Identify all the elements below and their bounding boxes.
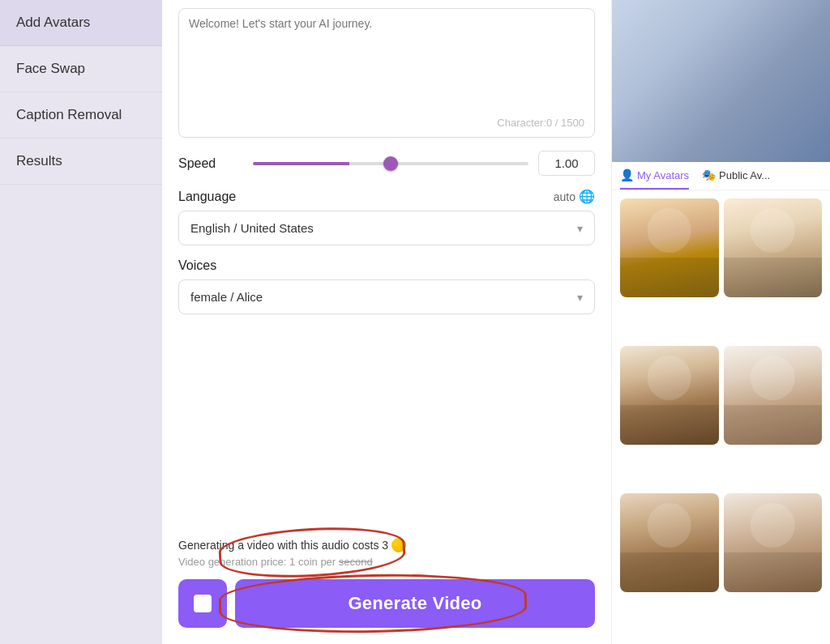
voices-selected: female / Alice xyxy=(190,290,263,304)
stop-icon xyxy=(194,595,212,612)
globe-icon: 🌐 xyxy=(579,189,595,204)
avatar-card-6[interactable] xyxy=(724,493,823,592)
generate-video-button[interactable]: Generate Video xyxy=(235,579,595,628)
sidebar: Add Avatars Face Swap Caption Removal Re… xyxy=(0,0,162,644)
content-area: Character:0 / 1500 Speed 1.00 Language a… xyxy=(162,0,611,343)
speed-slider-wrapper xyxy=(253,162,528,165)
auto-badge: auto 🌐 xyxy=(554,189,595,204)
price-strikethrough: second xyxy=(339,556,373,568)
video-preview-inner xyxy=(612,0,830,162)
voices-dropdown[interactable]: female / Alice ▾ xyxy=(178,279,595,314)
sidebar-item-results[interactable]: Results xyxy=(0,139,162,185)
language-dropdown[interactable]: English / United States ▾ xyxy=(178,211,595,245)
video-preview xyxy=(612,0,830,162)
speed-slider[interactable] xyxy=(253,162,528,165)
language-header: Language auto 🌐 xyxy=(178,189,595,204)
sidebar-item-add-avatars[interactable]: Add Avatars xyxy=(0,0,162,46)
chevron-down-icon: ▾ xyxy=(577,222,583,235)
sidebar-item-caption-removal[interactable]: Caption Removal xyxy=(0,92,162,139)
speed-label: Speed xyxy=(178,156,243,171)
speed-value: 1.00 xyxy=(538,151,595,176)
avatar-grid xyxy=(612,190,830,644)
char-count: Character:0 / 1500 xyxy=(497,117,584,129)
tab-my-avatars[interactable]: 👤 My Avatars xyxy=(620,168,689,190)
cost-text: Generating a video with this audio costs… xyxy=(178,538,595,552)
tab-public-avatars[interactable]: 🎭 Public Av... xyxy=(702,168,770,190)
avatar-tabs: 👤 My Avatars 🎭 Public Av... xyxy=(612,162,830,190)
voices-label: Voices xyxy=(178,258,595,273)
right-panel: 👤 My Avatars 🎭 Public Av... xyxy=(611,0,830,644)
my-avatars-icon: 👤 xyxy=(620,168,634,181)
coin-icon xyxy=(391,538,406,552)
avatar-card-5[interactable] xyxy=(620,493,719,592)
generate-area-wrapper: Generating a video with this audio costs… xyxy=(178,538,595,628)
avatar-card-1[interactable] xyxy=(620,198,719,297)
language-label: Language xyxy=(178,190,236,204)
chevron-down-icon-voices: ▾ xyxy=(577,291,583,304)
public-avatars-icon: 🎭 xyxy=(702,168,716,181)
cost-annotation-oval xyxy=(218,523,407,582)
price-text: Video generation price: 1 coin per secon… xyxy=(178,556,595,568)
bottom-section: Generating a video with this audio costs… xyxy=(162,530,611,644)
script-textarea-wrapper: Character:0 / 1500 xyxy=(178,8,595,138)
language-selected: English / United States xyxy=(190,221,314,235)
sidebar-item-face-swap[interactable]: Face Swap xyxy=(0,46,162,92)
stop-button[interactable] xyxy=(178,579,227,628)
avatar-card-2[interactable] xyxy=(724,198,823,297)
avatar-card-4[interactable] xyxy=(724,346,823,445)
script-textarea[interactable] xyxy=(189,17,584,114)
avatar-card-3[interactable] xyxy=(620,346,719,445)
speed-control: Speed 1.00 xyxy=(178,151,595,176)
main-content: Character:0 / 1500 Speed 1.00 Language a… xyxy=(162,0,611,644)
generate-row: Generate Video xyxy=(178,579,595,628)
